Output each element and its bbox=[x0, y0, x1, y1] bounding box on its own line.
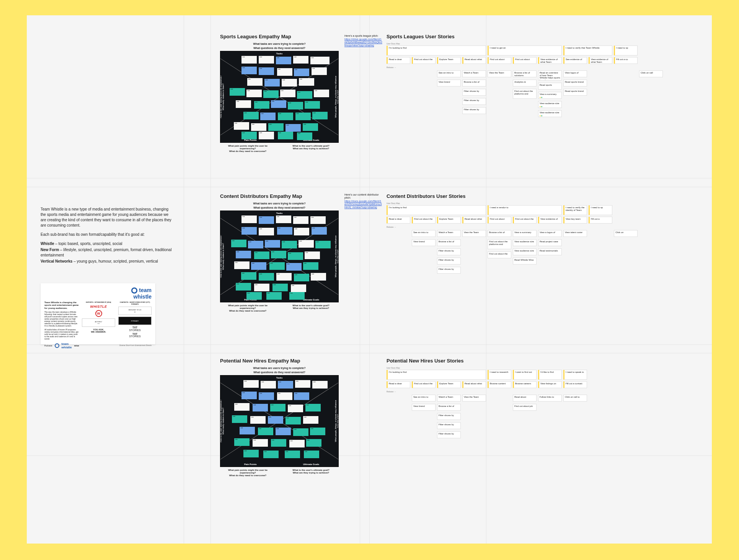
story-card[interactable]: Browse a list of bbox=[437, 404, 461, 411]
sticky-note[interactable]: note bbox=[297, 132, 312, 140]
activity-card[interactable]: Read about what bbox=[462, 217, 486, 224]
content-distributors-user-stories[interactable]: Content Distributors User StoriesUser St… bbox=[387, 193, 654, 275]
activity-card[interactable]: Explore Team bbox=[437, 381, 461, 388]
story-card[interactable]: Read project case bbox=[538, 239, 562, 246]
sticky-note[interactable]: note bbox=[315, 241, 331, 248]
sticky-note[interactable]: note bbox=[271, 439, 286, 447]
sticky-note[interactable]: note bbox=[303, 416, 318, 424]
activity-card[interactable]: View evidence of what Team bbox=[589, 57, 612, 64]
new-hires-empathy-map[interactable]: Potential New Hires Empathy Map What tas… bbox=[220, 358, 339, 477]
sticky-note[interactable]: note bbox=[305, 404, 321, 411]
sticky-note[interactable]: note bbox=[258, 428, 273, 435]
sticky-note[interactable]: note bbox=[285, 451, 300, 458]
sticky-note[interactable]: note bbox=[246, 90, 262, 97]
story-card[interactable]: Watch a Team bbox=[437, 395, 461, 402]
goal-card[interactable]: I need to research bbox=[488, 370, 511, 380]
sticky-note[interactable]: note bbox=[241, 272, 256, 280]
activity-card[interactable]: Explore Team bbox=[437, 57, 461, 64]
story-card[interactable]: Browse a list of bbox=[437, 239, 461, 246]
activity-card[interactable]: Read about what bbox=[462, 57, 486, 64]
story-card[interactable]: View logos of bbox=[563, 70, 587, 77]
goal-card[interactable]: I'd like to find bbox=[538, 370, 562, 380]
activity-card[interactable]: Browse content bbox=[488, 381, 511, 388]
sports-user-stories[interactable]: Sports Leagues User StoriesUser Story Ma… bbox=[387, 34, 654, 118]
sticky-note[interactable]: note bbox=[234, 261, 250, 269]
sticky-note[interactable]: note bbox=[312, 67, 327, 75]
story-card[interactable]: Read about bbox=[513, 395, 537, 402]
story-card[interactable]: Find out about the bbox=[488, 251, 511, 258]
story-card[interactable]: See an intro to bbox=[437, 70, 461, 77]
sticky-note[interactable]: note bbox=[305, 101, 320, 109]
sticky-note[interactable]: note bbox=[282, 79, 297, 87]
activity-card[interactable]: Find out about bbox=[513, 57, 537, 64]
sticky-note[interactable]: note bbox=[234, 438, 250, 446]
sticky-note[interactable]: note bbox=[303, 123, 318, 131]
activity-card[interactable]: Find out about bbox=[488, 217, 511, 224]
goal-card[interactable]: I need to get an bbox=[488, 46, 562, 56]
sticky-note[interactable]: note bbox=[253, 404, 268, 411]
sticky-note[interactable]: note bbox=[286, 263, 302, 271]
story-card[interactable]: View talent roster bbox=[563, 230, 587, 237]
activity-card[interactable]: View key team bbox=[563, 217, 587, 224]
sticky-note[interactable]: note bbox=[276, 216, 291, 223]
sticky-note[interactable]: note bbox=[285, 124, 301, 132]
sticky-note[interactable]: note bbox=[236, 283, 251, 291]
story-card[interactable]: Read testimonials bbox=[538, 248, 562, 255]
canvas-board[interactable]: Team Whistle is a new type of media and … bbox=[27, 15, 712, 544]
sticky-note[interactable]: note bbox=[310, 57, 330, 64]
story-card[interactable]: Read sports bbox=[538, 83, 562, 90]
story-card[interactable]: Watch a Team bbox=[437, 230, 461, 237]
story-card[interactable]: Filter shows by bbox=[437, 413, 461, 420]
sticky-note[interactable]: note bbox=[304, 451, 319, 458]
sticky-note[interactable]: note bbox=[277, 68, 292, 76]
sticky-note[interactable]: note bbox=[295, 380, 310, 388]
sticky-note[interactable]: note bbox=[260, 113, 276, 120]
activity-card[interactable]: Read a clear bbox=[387, 217, 410, 224]
sticky-note[interactable]: note bbox=[250, 416, 266, 424]
sticky-note[interactable]: note bbox=[254, 251, 269, 259]
sticky-note[interactable]: note bbox=[251, 123, 266, 131]
sticky-note[interactable]: note bbox=[276, 273, 292, 281]
activity-card[interactable]: Find out about the bbox=[513, 217, 537, 224]
story-card[interactable]: View audience size bbox=[538, 110, 562, 117]
goal-card[interactable]: I'm looking to find bbox=[387, 46, 486, 56]
sticky-note[interactable]: note bbox=[306, 439, 321, 447]
goal-card[interactable]: I need to verify the identity of Team bbox=[563, 205, 587, 215]
story-card[interactable]: View brand bbox=[437, 80, 461, 87]
story-card[interactable]: Click on bbox=[614, 230, 638, 237]
sticky-note[interactable]: note bbox=[259, 273, 274, 281]
story-card[interactable]: View a logos of bbox=[538, 230, 562, 237]
activity-card[interactable]: Read a clear bbox=[387, 381, 410, 388]
activity-card[interactable]: View evidence of bbox=[538, 217, 562, 224]
empathy-canvas[interactable]: How is the user feeling about the experi… bbox=[220, 51, 339, 143]
new-hires-user-stories[interactable]: Potential New Hires User StoriesUser Sto… bbox=[387, 358, 654, 439]
sticky-note[interactable]: note bbox=[278, 381, 293, 389]
story-card[interactable]: Filter shows by bbox=[437, 267, 461, 274]
story-card[interactable]: Browse a list of bbox=[462, 80, 486, 87]
sticky-note[interactable]: note bbox=[268, 123, 284, 131]
sticky-note[interactable]: note bbox=[241, 392, 257, 399]
sticky-note[interactable]: note bbox=[293, 216, 308, 224]
sticky-note[interactable]: note bbox=[294, 392, 309, 400]
activity-card[interactable]: Fill out a bbox=[589, 217, 612, 224]
sticky-note[interactable]: note bbox=[310, 428, 325, 435]
sticky-note[interactable]: note bbox=[263, 451, 279, 458]
story-card[interactable]: Find out about the platforms and bbox=[488, 239, 511, 249]
story-card[interactable]: See an intro to bbox=[412, 395, 436, 402]
sticky-note[interactable]: note bbox=[259, 392, 274, 400]
sticky-note[interactable]: note bbox=[248, 241, 263, 248]
activity-card[interactable]: Explore Team bbox=[437, 217, 461, 224]
sticky-note[interactable]: note bbox=[271, 100, 286, 108]
sticky-note[interactable]: note bbox=[246, 292, 262, 300]
story-card[interactable]: Filter shows by bbox=[437, 248, 461, 255]
sticky-note[interactable]: note bbox=[282, 241, 297, 248]
sticky-note[interactable]: note bbox=[259, 56, 274, 64]
activity-card[interactable]: Browse careers bbox=[513, 381, 537, 388]
story-card[interactable]: Filter shows by bbox=[437, 258, 461, 264]
story-card[interactable]: Read sports brand bbox=[563, 80, 587, 87]
sticky-note[interactable]: note bbox=[259, 132, 274, 139]
activity-card[interactable]: Read a clear bbox=[387, 57, 410, 64]
sticky-note[interactable]: note bbox=[254, 284, 269, 291]
story-card[interactable]: Follow links to bbox=[538, 395, 562, 402]
sticky-note[interactable]: note bbox=[265, 240, 280, 248]
